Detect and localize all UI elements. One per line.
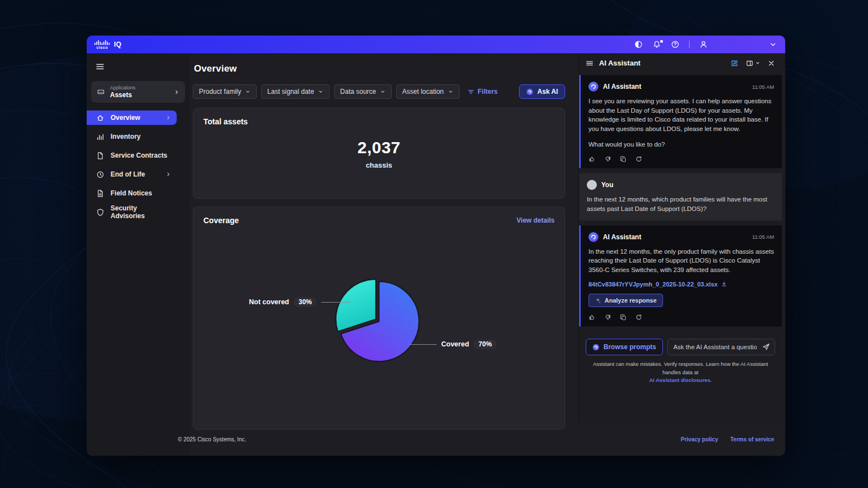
clock-icon	[96, 170, 104, 179]
panel-layout-toggle[interactable]	[746, 59, 760, 67]
message-text: I see you are reviewing your assets. I c…	[588, 97, 774, 149]
sidebar: Applications Assets Overview	[87, 53, 189, 456]
main-content: Overview Product family Last signal date…	[189, 53, 578, 456]
callout-line	[410, 344, 437, 345]
chevron-right-icon	[174, 89, 179, 95]
app-switcher-label: Assets	[110, 91, 169, 99]
filter-data-source[interactable]: Data source	[334, 84, 392, 99]
home-icon	[96, 114, 104, 122]
ai-panel-header: AI Assistant	[579, 53, 782, 72]
topbar-actions	[634, 40, 777, 49]
filter-product-family[interactable]: Product family	[193, 84, 257, 99]
sidebar-item-end-of-life[interactable]: End of Life	[87, 167, 177, 182]
topbar-divider	[689, 41, 690, 48]
coverage-title: Coverage	[203, 216, 239, 225]
regenerate-icon[interactable]	[635, 314, 642, 321]
message-text: In the next 12 months, which product fam…	[587, 195, 774, 213]
ask-ai-button[interactable]: Ask AI	[519, 84, 565, 99]
terms-of-service-link[interactable]: Terms of service	[730, 436, 774, 442]
copyright-text: © 2025 Cisco Systems, Inc.	[178, 436, 246, 442]
coverage-card: Coverage View details Not covered 30% Co…	[193, 207, 565, 430]
help-icon[interactable]	[671, 40, 680, 49]
ai-avatar	[588, 232, 598, 242]
ai-disclosures-link[interactable]: AI Assistant disclosures.	[649, 377, 712, 383]
total-assets-unit: chassis	[203, 161, 555, 169]
page-footer: © 2025 Cisco Systems, Inc. Privacy polic…	[178, 436, 774, 442]
ai-assistant-panel: AI Assistant	[578, 53, 782, 423]
chevron-down-icon	[755, 61, 760, 66]
feedback-actions	[588, 314, 774, 321]
sidebar-nav: Overview Inventory Service Contracts	[87, 110, 189, 219]
ai-panel-title: AI Assistant	[599, 59, 641, 67]
view-details-link[interactable]: View details	[517, 217, 555, 224]
regenerate-icon[interactable]	[635, 155, 642, 163]
chevron-down-icon	[448, 89, 453, 94]
chevron-down-icon	[245, 89, 251, 94]
sidebar-menu-icon[interactable]	[87, 60, 113, 79]
sidebar-item-overview[interactable]: Overview	[87, 110, 177, 125]
pie-label-covered: Covered 70%	[410, 339, 497, 349]
ai-message: AI Assistant 11:05 AM In the next 12 mon…	[579, 225, 782, 326]
download-icon	[721, 281, 727, 288]
coverage-pie-chart	[329, 271, 429, 371]
user-message: You In the next 12 months, which product…	[579, 173, 782, 220]
document-icon	[96, 152, 104, 160]
filter-last-signal-date[interactable]: Last signal date	[261, 84, 330, 99]
browse-prompts-button[interactable]: Browse prompts	[586, 339, 663, 355]
filter-asset-location[interactable]: Asset location	[396, 84, 460, 99]
chevron-right-icon	[166, 172, 171, 177]
thumbs-up-icon[interactable]	[588, 155, 596, 163]
sidebar-item-security-advisories[interactable]: Security Advisories	[87, 205, 177, 219]
shield-icon	[96, 208, 104, 217]
bar-chart-icon	[96, 133, 104, 141]
notifications-icon[interactable]	[652, 40, 661, 49]
callout-line	[321, 302, 350, 303]
copy-icon[interactable]	[620, 314, 627, 321]
chevron-right-icon	[166, 115, 171, 120]
ai-message: AI Assistant 11:05 AM I see you are revi…	[579, 75, 782, 168]
user-avatar	[587, 180, 597, 190]
analyze-response-button[interactable]: Analyze response	[588, 294, 663, 307]
assets-app-icon	[97, 88, 105, 96]
document-icon	[96, 189, 104, 198]
not-covered-pct-badge: 30%	[293, 297, 317, 307]
ai-panel-footer: Browse prompts Assistant can make mistak…	[579, 339, 782, 423]
thumbs-down-icon[interactable]	[604, 155, 611, 163]
edit-icon[interactable]	[731, 59, 739, 67]
total-assets-card: Total assets 2,037 chassis	[193, 108, 565, 199]
layout-icon	[746, 59, 754, 67]
top-bar: cisco IQ	[87, 36, 785, 53]
attachment-link[interactable]: 84tCv83847rYVJpymh_0_2025-10-22_03.xlsx	[588, 281, 774, 288]
ai-avatar	[588, 82, 598, 92]
message-text: In the next 12 months, the only product …	[588, 247, 774, 275]
app-window: cisco IQ	[87, 36, 785, 456]
copy-icon[interactable]	[620, 155, 627, 163]
sidebar-item-field-notices[interactable]: Field Notices	[87, 186, 177, 200]
thumbs-down-icon[interactable]	[604, 314, 611, 321]
user-icon[interactable]	[699, 40, 708, 49]
chevron-down-icon[interactable]	[769, 40, 777, 49]
ai-icon	[592, 344, 600, 351]
ai-disclaimer: Assistant can make mistakes. Verify resp…	[586, 360, 775, 384]
close-icon[interactable]	[767, 59, 775, 67]
menu-icon[interactable]	[586, 59, 593, 67]
notification-badge	[660, 40, 663, 43]
filters-button[interactable]: Filters	[467, 88, 498, 95]
ai-panel-wrap: AI Assistant	[578, 53, 785, 456]
send-icon[interactable]	[762, 343, 770, 351]
privacy-policy-link[interactable]: Privacy policy	[681, 436, 718, 442]
feedback-actions	[588, 155, 774, 163]
sidebar-item-service-contracts[interactable]: Service Contracts	[87, 148, 177, 163]
theme-icon[interactable]	[634, 40, 643, 49]
sidebar-item-inventory[interactable]: Inventory	[87, 129, 177, 144]
app-switcher-eyebrow: Applications	[110, 85, 169, 90]
chevron-down-icon	[318, 89, 323, 94]
total-assets-value: 2,037	[203, 138, 555, 157]
covered-pct-badge: 70%	[473, 339, 497, 349]
thumbs-up-icon[interactable]	[588, 314, 596, 321]
ai-icon	[526, 88, 533, 95]
ask-ai-input[interactable]	[667, 339, 775, 355]
app-switcher-assets[interactable]: Applications Assets	[91, 81, 185, 103]
brand-product-name: IQ	[114, 41, 121, 48]
chevron-down-icon	[380, 89, 386, 94]
